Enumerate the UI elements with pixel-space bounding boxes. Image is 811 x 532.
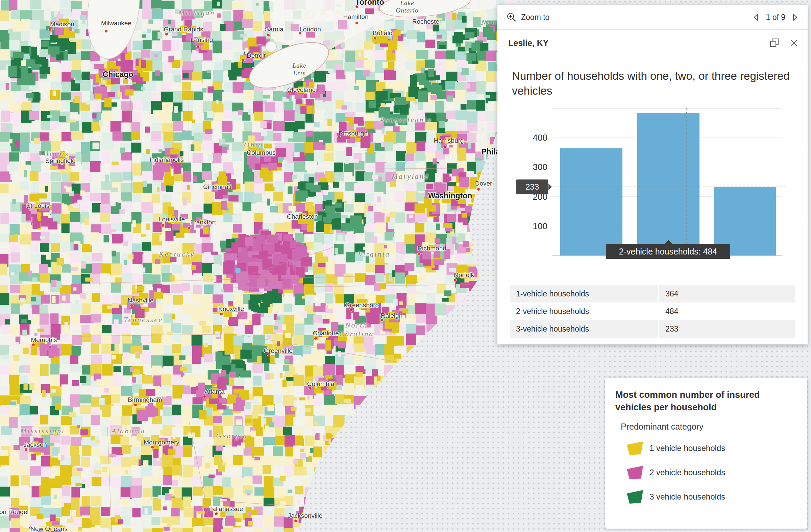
y-axis-tick: 100 xyxy=(533,221,547,231)
table-row: 3-vehicle households 233 xyxy=(510,320,795,338)
table-row: 1-vehicle households 364 xyxy=(510,285,795,303)
legend-swatch-2-vehicle xyxy=(626,465,644,480)
zoom-to-label: Zoom to xyxy=(521,13,549,22)
city-dot xyxy=(349,309,352,312)
city-dot xyxy=(294,519,297,522)
city-dot xyxy=(154,159,157,163)
city-dot xyxy=(381,319,384,322)
city-dot xyxy=(355,5,358,9)
chart-tooltip: 2-vehicle households: 484 xyxy=(606,244,730,259)
legend-item-label: 3 vehicle households xyxy=(649,492,725,502)
city-dot xyxy=(105,30,108,33)
pagination-label: 1 of 9 xyxy=(766,13,785,22)
bar-1-vehicle-households[interactable] xyxy=(560,148,623,256)
city-dot xyxy=(134,404,137,407)
legend-item: 3 vehicle households xyxy=(626,489,797,505)
chart-title: Number of households with one, two, or t… xyxy=(512,69,793,98)
city-dot xyxy=(309,387,312,390)
legend-item-label: 1 vehicle households xyxy=(649,443,725,453)
chevron-left-icon[interactable] xyxy=(752,13,760,21)
legend-panel: Most common number of insured vehicles p… xyxy=(605,378,807,529)
attribute-name: 2-vehicle households xyxy=(510,303,658,320)
attribute-value: 484 xyxy=(659,303,795,320)
city-dot xyxy=(49,28,52,31)
city-dot xyxy=(418,253,421,256)
city-dot xyxy=(267,34,270,37)
city-dot xyxy=(454,279,457,282)
city-dot xyxy=(25,448,28,451)
popup-pager: 1 of 9 xyxy=(752,13,799,22)
popup-toolbar: Zoom to 1 of 9 xyxy=(498,5,808,30)
dock-icon[interactable] xyxy=(769,37,780,48)
magnify-plus-icon xyxy=(506,12,517,22)
legend-title: Most common number of insured vehicles p… xyxy=(615,389,781,414)
city-dot xyxy=(162,224,165,227)
city-dot xyxy=(247,152,250,155)
city-dot xyxy=(49,161,52,164)
city-dot xyxy=(288,91,291,94)
attribute-value: 364 xyxy=(659,285,795,303)
city-dot xyxy=(314,337,317,340)
city-dot xyxy=(197,45,200,48)
city-dot xyxy=(27,206,30,209)
close-icon[interactable] xyxy=(790,38,799,48)
y-axis-tick: 300 xyxy=(533,162,547,172)
popup-panel: Zoom to 1 of 9 Leslie, KY xyxy=(498,5,808,345)
attribute-value: 233 xyxy=(659,320,795,338)
city-dot xyxy=(242,59,245,62)
legend-subtitle: Predominant category xyxy=(621,422,797,431)
city-dot xyxy=(215,512,218,515)
city-dot xyxy=(220,313,223,316)
city-dot xyxy=(374,37,377,40)
chevron-right-icon[interactable] xyxy=(791,13,799,21)
city-dot xyxy=(187,227,190,230)
city-dot xyxy=(32,344,35,347)
attribute-name: 1-vehicle households xyxy=(510,285,658,303)
city-dot xyxy=(131,304,134,307)
city-dot xyxy=(29,526,32,529)
y-axis-hover-badge: 233 xyxy=(516,180,548,194)
attribute-table: 1-vehicle households 364 2-vehicle house… xyxy=(510,285,795,338)
city-dot xyxy=(443,145,446,148)
legend-item: 1 vehicle households xyxy=(626,440,797,456)
city-dot xyxy=(355,21,358,25)
legend-swatch-3-vehicle xyxy=(626,489,644,505)
city-dot xyxy=(165,33,168,36)
legend-swatch-1-vehicle xyxy=(626,440,644,456)
city-dot xyxy=(203,395,206,398)
table-row: 2-vehicle households 484 xyxy=(510,303,795,320)
popup-titlebar: Leslie, KY xyxy=(508,37,799,48)
zoom-to-button[interactable]: Zoom to xyxy=(506,12,549,22)
city-dot xyxy=(205,186,209,189)
attribute-name: 3-vehicle households xyxy=(510,320,658,338)
popup-title: Leslie, KY xyxy=(508,38,549,48)
bar-2-vehicle-households[interactable] xyxy=(637,113,700,256)
map-application: MichiganMadisonMilwaukeeGrand RapidsLans… xyxy=(0,0,811,532)
city-dot xyxy=(477,188,480,191)
city-dot xyxy=(267,354,271,357)
y-axis-tick: 400 xyxy=(533,133,547,143)
city-dot xyxy=(338,135,341,138)
city-dot xyxy=(412,21,415,24)
legend-item-label: 2 vehicle households xyxy=(649,468,725,477)
city-dot xyxy=(299,32,302,35)
legend-item: 2 vehicle households xyxy=(626,465,797,480)
city-dot xyxy=(151,446,154,449)
city-dot xyxy=(287,216,290,219)
